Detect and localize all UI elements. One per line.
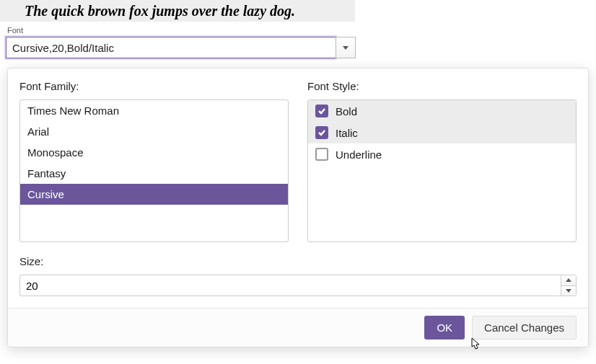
font-style-list[interactable]: BoldItalicUnderline bbox=[307, 99, 577, 242]
list-item[interactable]: Arial bbox=[20, 121, 288, 142]
preview-text: The quick brown fox jumps over the lazy … bbox=[25, 3, 295, 19]
font-family-label: Font Family: bbox=[19, 80, 289, 92]
checkbox-icon bbox=[315, 126, 328, 139]
chevron-down-icon bbox=[343, 46, 349, 50]
style-item[interactable]: Underline bbox=[308, 143, 576, 165]
font-field-label: Font bbox=[0, 22, 596, 37]
style-item[interactable]: Italic bbox=[308, 122, 576, 143]
style-item-label: Underline bbox=[336, 148, 382, 161]
size-decrement[interactable] bbox=[561, 286, 576, 296]
style-item-label: Bold bbox=[336, 105, 357, 117]
font-combobox[interactable] bbox=[6, 37, 356, 58]
checkbox-icon bbox=[315, 105, 328, 117]
checkbox-icon bbox=[315, 148, 328, 161]
font-combobox-input[interactable] bbox=[6, 37, 336, 58]
cancel-button[interactable]: Cancel Changes bbox=[472, 316, 577, 339]
size-input[interactable] bbox=[19, 275, 561, 296]
font-editor-popup: Font Family: Times New RomanArialMonospa… bbox=[7, 68, 589, 347]
size-label: Size: bbox=[19, 255, 577, 267]
font-style-label: Font Style: bbox=[307, 80, 577, 92]
list-item[interactable]: Times New Roman bbox=[20, 100, 288, 121]
size-spinner[interactable] bbox=[19, 275, 577, 296]
size-increment[interactable] bbox=[561, 275, 576, 286]
list-item[interactable]: Fantasy bbox=[20, 163, 288, 184]
font-preview: The quick brown fox jumps over the lazy … bbox=[0, 0, 355, 22]
style-item-label: Italic bbox=[336, 127, 358, 139]
dialog-footer: OK Cancel Changes bbox=[8, 308, 588, 347]
ok-button[interactable]: OK bbox=[424, 316, 465, 339]
chevron-up-icon bbox=[566, 278, 571, 282]
chevron-down-icon bbox=[566, 289, 571, 293]
font-family-listbox[interactable]: Times New RomanArialMonospaceFantasyCurs… bbox=[19, 99, 289, 242]
list-item[interactable]: Cursive bbox=[20, 184, 288, 205]
list-item[interactable]: Monospace bbox=[20, 142, 288, 163]
style-item[interactable]: Bold bbox=[308, 100, 576, 122]
font-combobox-toggle[interactable] bbox=[336, 37, 356, 58]
